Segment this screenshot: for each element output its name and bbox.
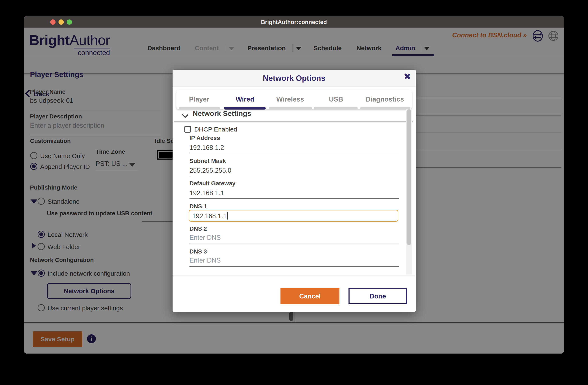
tab-underline bbox=[314, 107, 358, 110]
default-gateway-label: Default Gateway bbox=[189, 180, 235, 187]
tab-wireless[interactable]: Wireless bbox=[276, 95, 304, 103]
close-icon[interactable]: ✖ bbox=[404, 72, 411, 81]
modal-tabstrip: Player Wired Wireless USB Diagnostics bbox=[176, 90, 412, 109]
dhcp-label: DHCP Enabled bbox=[194, 126, 237, 133]
default-gateway-value[interactable]: 192.168.1.1 bbox=[189, 189, 224, 197]
scrollbar-thumb[interactable] bbox=[407, 109, 411, 245]
divider bbox=[172, 275, 416, 275]
tab-usb[interactable]: USB bbox=[329, 95, 343, 103]
input-underline bbox=[189, 266, 399, 267]
tab-underline bbox=[269, 107, 312, 110]
input-underline bbox=[189, 176, 399, 176]
text-cursor bbox=[227, 212, 228, 220]
dns2-input[interactable] bbox=[189, 234, 399, 242]
chevron-down-icon[interactable] bbox=[182, 111, 189, 118]
dns1-value: 192.168.1.1 bbox=[192, 212, 227, 220]
cancel-button[interactable]: Cancel bbox=[280, 288, 339, 304]
tab-wired[interactable]: Wired bbox=[236, 95, 254, 103]
tab-underline bbox=[360, 107, 410, 110]
done-button[interactable]: Done bbox=[349, 288, 407, 304]
scrollbar-track[interactable] bbox=[406, 109, 412, 275]
window-content: BrightAuthor connected Dashboard Content… bbox=[24, 28, 564, 354]
section-divider bbox=[174, 121, 413, 122]
modal-header: Network Options ✖ bbox=[172, 70, 416, 86]
subnet-mask-value[interactable]: 255.255.255.0 bbox=[189, 167, 231, 174]
ip-address-value[interactable]: 192.168.1.2 bbox=[189, 144, 224, 152]
dns3-label: DNS 3 bbox=[189, 248, 207, 255]
dhcp-checkbox[interactable] bbox=[184, 126, 191, 133]
app-window: BrightAuthor:connected BrightAuthor conn… bbox=[24, 16, 564, 354]
input-underline bbox=[189, 153, 399, 153]
network-settings-section-title: Network Settings bbox=[193, 109, 251, 118]
dns1-input[interactable]: 192.168.1.1 bbox=[189, 210, 398, 222]
titlebar: BrightAuthor:connected bbox=[24, 16, 564, 28]
dns2-label: DNS 2 bbox=[189, 225, 207, 232]
dns1-label: DNS 1 bbox=[189, 203, 207, 210]
network-options-modal: Network Options ✖ Player Wired Wireless … bbox=[172, 70, 416, 312]
input-underline bbox=[189, 198, 399, 199]
input-underline bbox=[189, 243, 399, 244]
ip-address-label: IP Address bbox=[189, 135, 220, 142]
dns3-input[interactable] bbox=[189, 257, 399, 264]
window-title: BrightAuthor:connected bbox=[24, 19, 564, 25]
tab-diagnostics[interactable]: Diagnostics bbox=[366, 95, 404, 103]
tab-player[interactable]: Player bbox=[189, 95, 209, 103]
subnet-mask-label: Subnet Mask bbox=[189, 158, 226, 164]
modal-title: Network Options bbox=[172, 74, 416, 83]
